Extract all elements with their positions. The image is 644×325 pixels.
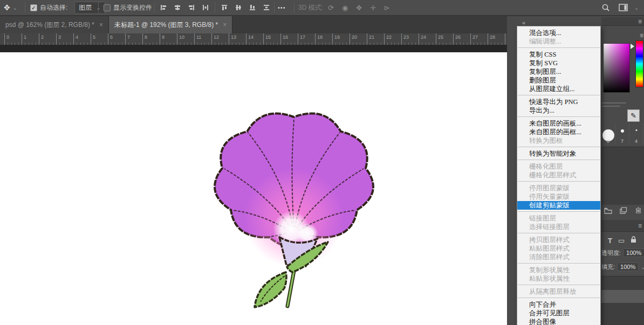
ruler-tick: 4 xyxy=(73,33,91,45)
panel-menu-icon[interactable]: ≡ xyxy=(638,18,642,25)
document-tab-psd[interactable]: psd @ 162% (图层 2, RGB/8) * × xyxy=(0,16,109,33)
align-right-icon[interactable] xyxy=(186,2,197,13)
brush-slider[interactable] xyxy=(602,102,626,103)
menu-item[interactable]: 来自图层的画框... xyxy=(517,128,600,136)
ruler-tick: 23 xyxy=(401,33,419,45)
brush-preset[interactable]: 4 xyxy=(629,124,643,144)
menu-item[interactable]: 链接图层 xyxy=(517,214,600,223)
menu-item xyxy=(518,181,600,182)
move-tool-icon[interactable]: ✥ xyxy=(4,3,10,12)
workspace-chevron-icon[interactable]: ⌄ xyxy=(634,5,639,11)
auto-select-checkbox[interactable]: ✓ xyxy=(30,4,37,11)
color-saturation-square[interactable] xyxy=(603,43,630,93)
tool-preset-chevron-icon[interactable]: ⌄ xyxy=(13,5,17,11)
menu-item[interactable]: 删除图层 xyxy=(517,76,600,85)
menu-item[interactable]: 选择链接图层 xyxy=(517,223,600,231)
menu-item[interactable]: 粘贴形状属性 xyxy=(517,274,600,283)
menu-item xyxy=(518,95,600,95)
menu-item xyxy=(518,285,600,285)
menu-item[interactable]: 来自图层的画板... xyxy=(517,119,600,128)
menu-item[interactable]: 复制形状属性 xyxy=(517,266,600,274)
new-layer-icon[interactable] xyxy=(620,206,627,216)
show-transform-checkbox[interactable] xyxy=(104,4,111,11)
chevron-down-icon[interactable]: ⌄ xyxy=(641,264,644,270)
distribute-horizontal-icon[interactable] xyxy=(200,2,211,13)
menu-item[interactable]: 清除图层样式 xyxy=(517,253,600,261)
search-icon[interactable] xyxy=(600,2,612,13)
auto-select-target-dropdown[interactable]: 图层 ⌄ xyxy=(74,2,105,14)
threed-mode-label: 3D 模式: xyxy=(298,3,323,12)
lock-icon[interactable] xyxy=(631,236,636,245)
menu-item[interactable]: 合并可见图层 xyxy=(517,309,600,317)
divider xyxy=(215,2,215,13)
fill-value[interactable]: 100% xyxy=(617,262,639,271)
color-panel-menu-icon[interactable]: ≡ xyxy=(640,30,643,40)
menu-item[interactable]: 从隔离图层释放 xyxy=(517,287,600,296)
brush-preset[interactable]: 0 xyxy=(601,124,615,144)
menu-item[interactable]: 向下合并 xyxy=(517,300,600,309)
collapse-panel-icon[interactable]: « xyxy=(522,19,525,26)
canvas[interactable] xyxy=(0,45,507,325)
menu-item[interactable]: 混合选项... xyxy=(517,29,600,37)
menu-item[interactable]: 栅格化图层 xyxy=(517,162,600,171)
menu-item xyxy=(518,147,600,147)
menu-item[interactable]: 停用矢量蒙版 xyxy=(517,192,600,201)
shape-filter-icon[interactable]: ▭ xyxy=(618,237,625,245)
folder-icon[interactable] xyxy=(604,206,612,216)
threed-roll-icon: ◉ xyxy=(342,4,353,12)
divider xyxy=(98,2,99,13)
opacity-row: 透明度: 100% ⌄ xyxy=(601,248,644,257)
menu-item[interactable]: 复制 SVG xyxy=(517,59,600,67)
menu-item[interactable]: 转换为图框 xyxy=(517,136,600,145)
align-top-icon[interactable] xyxy=(218,2,230,13)
menu-item[interactable]: 复制 CSS xyxy=(517,50,600,59)
menu-item[interactable]: 从图层建立组... xyxy=(517,85,600,93)
options-bar: ✥ ⌄ ✓ 自动选择: 图层 ⌄ 显示变换控件 ••• 3D 模式: ⟳ ◉ xyxy=(0,0,644,16)
menu-item[interactable]: 复制图层... xyxy=(517,67,600,76)
selected-layer-row[interactable] xyxy=(601,290,644,303)
document-tab-untitled[interactable]: 未标题-1 @ 192% (图层 3, RGB/8) * × xyxy=(109,16,232,33)
ruler-tick: 13 xyxy=(229,33,246,45)
menu-item[interactable]: 转换为智能对象 xyxy=(517,149,600,158)
menu-item[interactable]: 栅格化图层样式 xyxy=(517,171,600,179)
workspace-icon[interactable] xyxy=(617,2,629,13)
threed-slide-icon: ✛ xyxy=(370,4,381,12)
hue-slider-marker[interactable] xyxy=(631,44,634,49)
panel-menu-icon[interactable]: ≡ xyxy=(638,222,642,230)
ruler-tick: 25 xyxy=(436,33,453,45)
menu-item[interactable]: 编辑调整... xyxy=(517,37,600,46)
align-center-horizontal-icon[interactable] xyxy=(172,2,183,13)
menu-item[interactable]: 拷贝图层样式 xyxy=(517,236,600,244)
opacity-label: 透明度: xyxy=(601,249,621,257)
align-bottom-icon[interactable] xyxy=(246,2,258,13)
align-middle-vertical-icon[interactable] xyxy=(232,2,244,13)
color-panel-header: ≡ xyxy=(601,17,644,26)
brush-slider-2[interactable] xyxy=(602,106,620,107)
menu-item xyxy=(518,298,600,298)
opacity-value[interactable]: 100% xyxy=(623,248,644,257)
menu-item[interactable]: 粘贴图层样式 xyxy=(517,244,600,253)
align-left-icon[interactable] xyxy=(157,2,169,13)
distribute-vertical-icon[interactable] xyxy=(261,2,272,13)
divider xyxy=(25,2,25,13)
menu-item[interactable]: 拼合图像 xyxy=(517,317,600,325)
close-icon[interactable]: × xyxy=(99,21,103,29)
menu-item[interactable]: 创建剪贴蒙版 xyxy=(517,201,600,210)
menu-item xyxy=(518,47,600,48)
hue-slider[interactable] xyxy=(635,40,643,87)
trash-icon[interactable] xyxy=(635,206,642,216)
menu-item[interactable]: 停用图层蒙版 xyxy=(517,184,600,192)
more-options-icon[interactable]: ••• xyxy=(278,4,286,11)
brush-list-well[interactable] xyxy=(601,147,644,205)
brush-edit-button[interactable]: ✎ xyxy=(627,109,640,122)
menu-item xyxy=(518,116,600,117)
brush-preset[interactable]: 7 xyxy=(615,124,629,144)
ruler-tick: 16 xyxy=(280,33,298,45)
text-filter-icon[interactable]: T xyxy=(608,237,612,245)
tab-label: 未标题-1 @ 192% (图层 3, RGB/8) * xyxy=(114,20,218,30)
menu-item[interactable]: 导出为... xyxy=(517,106,600,115)
close-icon[interactable]: × xyxy=(223,21,227,29)
ruler-tick: 1 xyxy=(22,33,39,45)
menu-item[interactable]: 快速导出为 PNG xyxy=(517,98,600,106)
ruler-tick: 6 xyxy=(108,33,125,45)
